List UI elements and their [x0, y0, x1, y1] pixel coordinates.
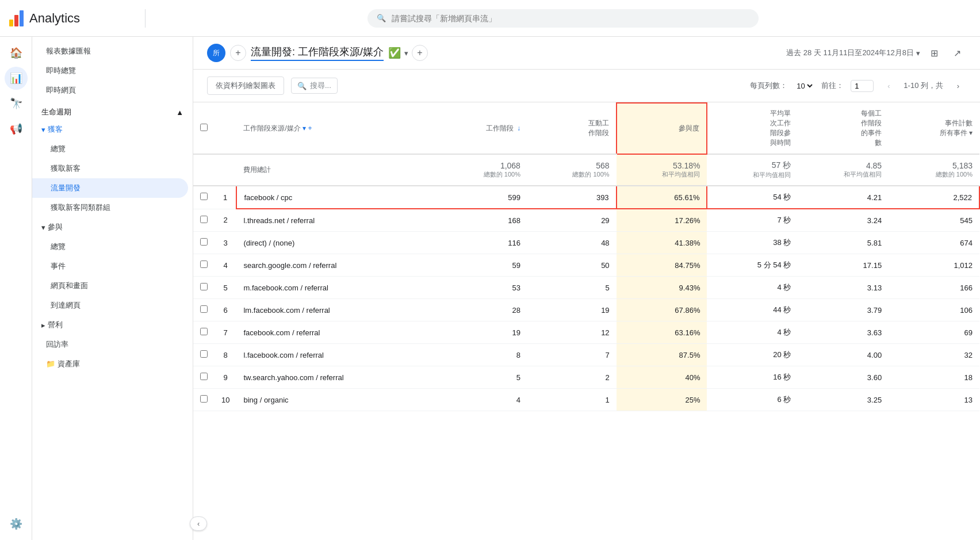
add-comparison-button[interactable]: + — [412, 45, 428, 61]
checkbox-4[interactable] — [200, 283, 208, 290]
checkbox-2[interactable] — [200, 238, 208, 246]
th-avg-time[interactable]: 平均單次工作階段參與時間 — [707, 103, 798, 154]
chevron-down-icon[interactable]: ▾ — [404, 49, 408, 58]
table-row: 6 lm.facebook.com / referral 28 19 67.86… — [193, 299, 979, 321]
source-link-2[interactable]: (direct) / (none) — [243, 239, 294, 247]
row-rate-0: 65.61% — [617, 186, 707, 209]
row-avg-5: 44 秒 — [707, 299, 798, 321]
nav-icon-home[interactable]: 🏠 — [5, 41, 28, 64]
row-checkbox-8[interactable] — [193, 366, 215, 389]
row-num-4: 5 — [215, 277, 236, 299]
checkbox-6[interactable] — [200, 328, 208, 335]
go-to-input[interactable] — [851, 80, 874, 92]
nav-item-library[interactable]: 📁 資產庫 — [32, 354, 188, 374]
source-link-8[interactable]: tw.search.yahoo.com / referral — [243, 373, 343, 382]
rows-per-page-select[interactable]: 10 25 50 — [794, 81, 814, 91]
checkbox-1[interactable] — [200, 216, 208, 223]
th-events-per-session[interactable]: 每個工作階段的事件數 — [798, 103, 889, 154]
source-link-9[interactable]: bing / organic — [243, 396, 288, 404]
nav-icon-advertising[interactable]: 📢 — [5, 117, 28, 140]
next-page-button[interactable]: › — [950, 78, 966, 94]
row-checkbox-0[interactable] — [193, 186, 215, 209]
nav-item-realtime-page[interactable]: 即時網頁 — [32, 81, 188, 100]
share-button[interactable]: ↗ — [948, 44, 966, 62]
checkbox-9[interactable] — [200, 395, 208, 403]
source-link-3[interactable]: search.google.com / referral — [243, 261, 336, 270]
totals-checkbox-cell — [193, 154, 215, 186]
select-all-checkbox[interactable] — [200, 124, 208, 131]
collapse-sidebar-button[interactable]: ‹ — [190, 516, 207, 531]
row-checkbox-6[interactable] — [193, 321, 215, 344]
app-title: Analytics — [29, 11, 80, 26]
left-nav: 報表數據匯報 即時總覽 即時網頁 生命週期 ▲ ▾ 獲客 總覽 獲取新客 流量開… — [32, 37, 193, 540]
th-event-count[interactable]: 事件計數所有事件 ▾ — [889, 103, 979, 154]
row-checkbox-5[interactable] — [193, 299, 215, 321]
row-checkbox-7[interactable] — [193, 344, 215, 366]
topbar-divider — [145, 9, 146, 28]
add-filter-button[interactable]: + — [230, 45, 246, 61]
source-link-0[interactable]: facebook / cpc — [244, 193, 292, 202]
source-link-4[interactable]: m.facebook.com / referral — [243, 284, 328, 292]
table-search-field[interactable]: 🔍 搜尋... — [291, 78, 338, 94]
nav-toggle-monetization[interactable]: ▸ 營利 — [32, 315, 193, 335]
topbar: Analytics 🔍 — [0, 0, 980, 37]
table-row: 4 search.google.com / referral 59 50 84.… — [193, 254, 979, 277]
th-checkbox — [193, 103, 215, 154]
row-checkbox-3[interactable] — [193, 254, 215, 277]
search-input[interactable] — [392, 14, 749, 23]
checkbox-7[interactable] — [200, 350, 208, 358]
row-checkbox-2[interactable] — [193, 232, 215, 254]
nav-item-acquisition-overview[interactable]: 總覽 — [32, 139, 188, 159]
nav-item-new-users[interactable]: 獲取新客 — [32, 159, 188, 178]
th-source[interactable]: 工作階段來源/媒介 ▾ + — [236, 103, 438, 154]
nav-item-landing-page[interactable]: 到達網頁 — [32, 296, 188, 315]
compare-view-button[interactable]: ⊞ — [925, 44, 943, 62]
chart-button[interactable]: 依資料列繪製圖表 — [207, 76, 284, 95]
row-sessions-5: 28 — [438, 299, 527, 321]
nav-item-events[interactable]: 事件 — [32, 256, 188, 276]
row-ec-4: 166 — [889, 277, 979, 299]
nav-item-retention[interactable]: 回訪率 — [32, 335, 188, 354]
row-avg-1: 7 秒 — [707, 209, 798, 232]
checkbox-5[interactable] — [200, 305, 208, 313]
row-avg-0: 54 秒 — [707, 186, 798, 209]
row-num-3: 4 — [215, 254, 236, 277]
checkbox-3[interactable] — [200, 261, 208, 268]
source-link-6[interactable]: facebook.com / referral — [243, 328, 320, 337]
nav-item-pages[interactable]: 網頁和畫面 — [32, 276, 188, 296]
pagination-area: 每頁列數： 10 25 50 前往： ‹ 1-10 列，共 › — [750, 78, 966, 94]
checkbox-0[interactable] — [200, 193, 208, 200]
row-evps-3: 17.15 — [798, 254, 889, 277]
th-engaged-sessions[interactable]: 互動工作階段 — [527, 103, 617, 154]
row-checkbox-1[interactable] — [193, 209, 215, 232]
source-link-1[interactable]: l.threads.net / referral — [243, 216, 315, 225]
nav-item-engagement-overview[interactable]: 總覽 — [32, 237, 188, 256]
nav-item-reports[interactable]: 報表數據匯報 — [32, 41, 188, 61]
nav-item-cohort[interactable]: 獲取新客同類群組 — [32, 198, 188, 217]
event-col-dropdown-icon[interactable]: ▾ — [969, 129, 973, 137]
th-sessions[interactable]: 工作階段 ↓ — [438, 103, 527, 154]
nav-item-traffic[interactable]: 流量開發 — [32, 178, 188, 198]
checkbox-8[interactable] — [200, 373, 208, 380]
nav-icon-explore[interactable]: 🔭 — [5, 92, 28, 115]
search-bar[interactable]: 🔍 — [368, 9, 759, 28]
nav-icon-reports[interactable]: 📊 — [5, 67, 28, 90]
row-checkbox-4[interactable] — [193, 277, 215, 299]
nav-item-realtime-overview[interactable]: 即時總覽 — [32, 61, 188, 81]
calendar-dropdown-icon: ▾ — [916, 49, 920, 58]
nav-toggle-acquisition[interactable]: ▾ 獲客 — [32, 120, 193, 139]
nav-icon-settings[interactable]: ⚙️ — [5, 512, 28, 535]
date-range-selector[interactable]: 過去 28 天 11月11日至2024年12月8日 ▾ — [786, 48, 920, 58]
row-rate-8: 40% — [617, 366, 707, 389]
bullet-icon-engagement: ▾ — [41, 223, 45, 232]
add-column-icon[interactable]: + — [308, 124, 312, 132]
nav-toggle-engagement[interactable]: ▾ 參與 — [32, 217, 193, 237]
row-ec-9: 13 — [889, 389, 979, 411]
row-checkbox-9[interactable] — [193, 389, 215, 411]
th-engagement-rate[interactable]: 參與度 — [617, 103, 707, 154]
source-link-5[interactable]: lm.facebook.com / referral — [243, 306, 330, 315]
prev-page-button[interactable]: ‹ — [881, 78, 897, 94]
row-engaged-1: 29 — [527, 209, 617, 232]
source-link-7[interactable]: l.facebook.com / referral — [243, 351, 323, 359]
row-source-5: lm.facebook.com / referral — [236, 299, 438, 321]
